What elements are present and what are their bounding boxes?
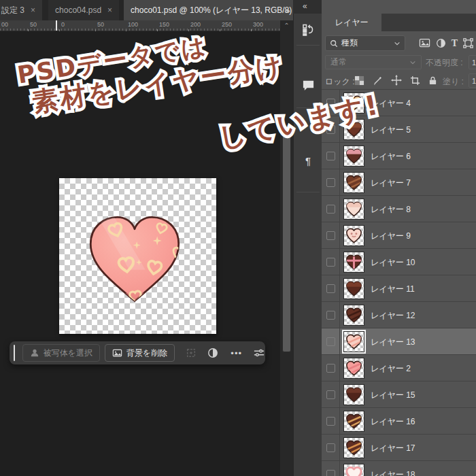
layers-panel: レイヤー 種類 T 通常 不透明度 [322,0,476,476]
layer-thumbnail[interactable] [343,411,364,432]
visibility-checkbox[interactable] [326,443,335,452]
layer-name[interactable]: レイヤー 5 [371,124,411,136]
layer-thumbnail[interactable] [343,172,364,193]
layer-thumbnail[interactable] [343,252,364,273]
layer-name[interactable]: レイヤー 11 [371,284,415,295]
paragraph-icon[interactable]: ¶ [294,155,322,167]
layer-name[interactable]: レイヤー 8 [371,204,411,216]
remove-background-label: 背景を削除 [126,347,167,359]
layer-name[interactable]: レイヤー 10 [371,257,415,269]
layer-name[interactable]: レイヤー 16 [371,416,415,428]
layer-list: レイヤー 4レイヤー 5レイヤー 6レイヤー 7レイヤー 8レイヤー 9レイヤー… [322,89,476,476]
layer-row[interactable]: レイヤー 9 [322,222,476,248]
layer-thumbnail[interactable] [343,384,364,405]
history-icon[interactable] [294,23,322,37]
comment-icon[interactable] [294,79,322,92]
layer-name[interactable]: レイヤー 13 [371,337,415,348]
visibility-checkbox[interactable] [326,364,335,373]
visibility-checkbox[interactable] [326,231,335,240]
transform-icon[interactable] [186,347,197,358]
select-subject-label: 被写体を選択 [44,347,92,359]
tab-settings3[interactable]: 設定 3 × [0,0,42,20]
layer-name[interactable]: レイヤー 12 [371,310,415,322]
visibility-cell [322,275,340,302]
layer-name[interactable]: レイヤー 9 [371,231,411,242]
ruler-tick-label: 300 [253,21,263,28]
layer-thumbnail[interactable] [343,358,364,379]
fill-value-field[interactable]: 100% [469,73,476,88]
layer-row[interactable]: レイヤー 8 [322,195,476,222]
layer-row[interactable]: レイヤー 18 [322,460,476,476]
tab-layers[interactable]: レイヤー [322,14,381,31]
chevron-down-icon [394,40,401,47]
visibility-checkbox[interactable] [326,178,335,187]
type-filter-icon[interactable]: T [452,38,458,49]
blend-mode-select[interactable]: 通常 [325,55,422,69]
layer-row[interactable]: レイヤー 7 [322,169,476,195]
document-scrollbar[interactable]: ⌃ [280,20,293,476]
close-icon[interactable]: × [31,5,35,15]
lock-all-icon[interactable] [428,75,437,86]
layer-name[interactable]: レイヤー 6 [371,151,411,163]
more-options-icon[interactable]: ••• [231,348,242,358]
opacity-value-field[interactable]: 100% [469,55,476,69]
layer-thumbnail[interactable] [343,464,364,476]
layer-row[interactable]: レイヤー 2 [322,354,476,381]
adjustment-filter-icon[interactable] [436,38,446,48]
adjustment-icon[interactable] [207,347,218,358]
layer-name[interactable]: レイヤー 2 [371,363,411,375]
document-canvas[interactable] [59,178,216,334]
collapse-panels-icon[interactable]: « [303,1,307,11]
visibility-cell [322,249,340,275]
shape-filter-icon[interactable] [463,38,473,48]
layer-filter-kind-select[interactable]: 種類 [325,35,405,51]
close-icon[interactable]: × [107,5,112,15]
lock-pixels-icon[interactable] [373,75,383,86]
image-icon [112,349,122,358]
lock-position-icon[interactable] [391,75,402,86]
scrollbar-thumb[interactable] [282,128,291,352]
layer-row[interactable]: レイヤー 11 [322,275,476,301]
visibility-checkbox[interactable] [326,337,335,346]
lock-crop-icon[interactable] [410,75,420,86]
layer-row[interactable]: レイヤー 16 [322,407,476,434]
layer-name[interactable]: レイヤー 17 [371,443,415,454]
layer-thumbnail[interactable] [343,331,364,352]
layer-thumbnail[interactable] [343,199,364,220]
layer-thumbnail[interactable] [343,225,364,246]
visibility-checkbox[interactable] [326,417,335,426]
chevron-down-icon [409,59,416,66]
layer-thumbnail[interactable] [343,437,364,458]
layer-row[interactable]: レイヤー 15 [322,381,476,407]
layer-row[interactable]: レイヤー 10 [322,248,476,275]
remove-background-button[interactable]: 背景を削除 [105,344,175,362]
layer-thumbnail[interactable] [343,305,364,326]
layer-row-selected[interactable]: レイヤー 13 [322,328,476,354]
visibility-checkbox[interactable] [326,258,335,267]
layer-name[interactable]: レイヤー 15 [371,390,415,401]
opacity-label: 不透明度 : [426,57,463,69]
visibility-checkbox[interactable] [326,205,335,214]
layer-thumbnail[interactable] [343,146,364,167]
ruler-tick-label: 200 [190,21,201,28]
image-filter-icon[interactable] [419,38,430,48]
contextual-task-bar: 被写体を選択 背景を削除 ••• [10,341,265,364]
taskbar-grip-handle[interactable] [14,345,15,361]
layer-name[interactable]: レイヤー 18 [371,469,415,476]
layer-thumbnail[interactable] [343,278,364,299]
visibility-checkbox[interactable] [326,390,335,399]
lock-transparent-icon[interactable] [354,75,364,86]
visibility-checkbox[interactable] [326,152,335,160]
layer-row[interactable]: レイヤー 12 [322,301,476,328]
visibility-checkbox[interactable] [326,284,335,293]
select-subject-button[interactable]: 被写体を選択 [22,344,100,362]
layer-row[interactable]: レイヤー 6 [322,142,476,169]
scroll-up-icon[interactable]: ⌃ [280,22,293,29]
layer-name[interactable]: レイヤー 7 [371,177,411,189]
visibility-cell [322,435,340,461]
tab-choco04[interactable]: choco04.psd × [48,0,119,20]
settings-sliders-icon[interactable] [253,347,265,358]
visibility-checkbox[interactable] [326,311,335,320]
layer-row[interactable]: レイヤー 17 [322,434,476,460]
visibility-checkbox[interactable] [326,470,335,476]
